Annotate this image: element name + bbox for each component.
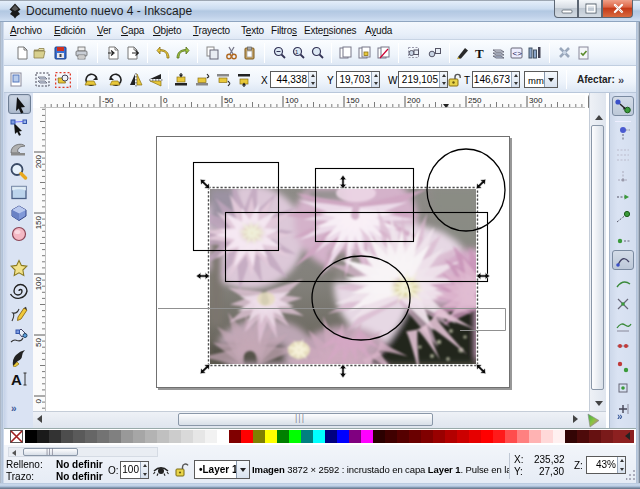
- svg-text:200: 200: [34, 154, 43, 168]
- svg-text:100: 100: [34, 276, 43, 290]
- svg-text:0: 0: [34, 398, 43, 403]
- svg-text:250: 250: [468, 96, 482, 105]
- svg-text:50: 50: [224, 96, 233, 105]
- svg-text:T: T: [475, 46, 484, 60]
- svg-text:50: 50: [34, 337, 43, 346]
- svg-text:<>: <>: [513, 49, 523, 58]
- svg-text:-50: -50: [102, 96, 114, 105]
- svg-text:0: 0: [163, 96, 168, 105]
- svg-text:150: 150: [346, 96, 360, 105]
- svg-text:100: 100: [285, 96, 299, 105]
- svg-text:150: 150: [34, 215, 43, 229]
- svg-text:200: 200: [407, 96, 421, 105]
- svg-text:300: 300: [529, 96, 543, 105]
- svg-text:A: A: [11, 371, 22, 388]
